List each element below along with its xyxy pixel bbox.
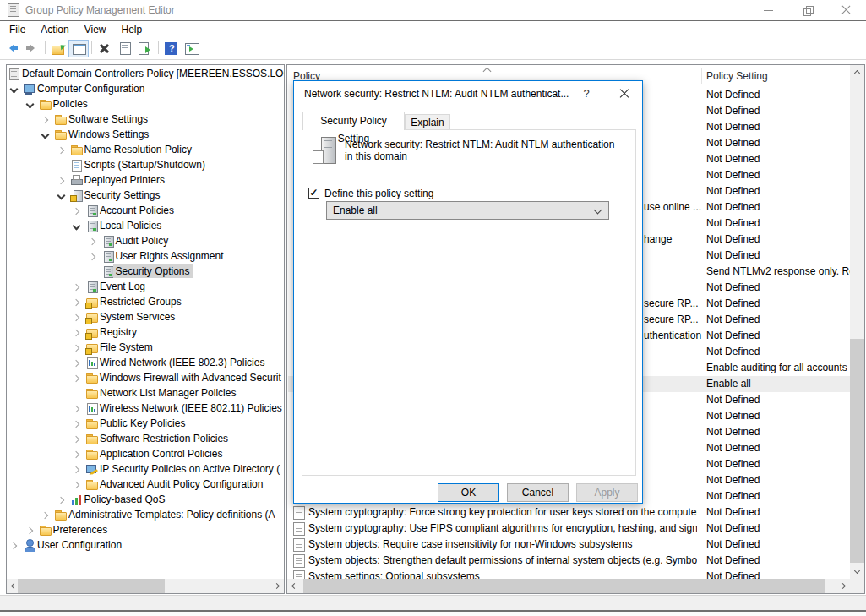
column-divider[interactable] — [701, 68, 702, 84]
tree-item-user-rights-assignment[interactable]: User Rights Assignment — [7, 249, 284, 264]
tree-item-user-configuration[interactable]: User Configuration — [7, 538, 284, 553]
tree-item-file-system[interactable]: File System — [7, 341, 284, 356]
tree-item-deployed-printers[interactable]: Deployed Printers — [7, 173, 284, 188]
properties-button[interactable] — [115, 40, 135, 57]
tree-item-advanced-audit-policy-configuration[interactable]: Advanced Audit Policy Configuration — [7, 477, 284, 493]
expander-icon[interactable] — [88, 253, 95, 260]
tab-security-policy-setting[interactable]: Security Policy Setting — [302, 112, 405, 130]
expander-icon[interactable] — [57, 177, 63, 184]
policy-row-system-objects-require-case-insensitivity-[interactable]: System objects: Require case insensitivi… — [288, 537, 851, 553]
scroll-up-arrow-icon[interactable] — [850, 65, 864, 79]
tree-item-software-settings[interactable]: Software Settings — [7, 112, 284, 128]
tree-item-event-log[interactable]: Event Log — [7, 280, 284, 295]
minimize-button[interactable] — [749, 0, 787, 20]
restore-button[interactable] — [788, 0, 826, 20]
tree-item-windows-firewall-with-advanced-securit[interactable]: Windows Firewall with Advanced Securit — [7, 371, 284, 386]
tree-horizontal-scrollbar[interactable] — [7, 579, 284, 593]
menu-view[interactable]: View — [77, 21, 114, 38]
expander-icon[interactable] — [73, 436, 79, 443]
cancel-button[interactable]: Cancel — [507, 483, 569, 502]
tree-item-public-key-policies[interactable]: Public Key Policies — [7, 417, 284, 432]
delete-button[interactable] — [95, 40, 115, 57]
tree-item-system-services[interactable]: System Services — [7, 310, 284, 325]
tree-item-registry[interactable]: Registry — [7, 325, 284, 341]
tree-item-ip-security-policies-on-active-directory[interactable]: IP Security Policies on Active Directory… — [7, 462, 284, 477]
tree-item-default-domain-controllers-policy-meereen-[interactable]: Default Domain Controllers Policy [MEERE… — [7, 67, 284, 82]
expander-icon[interactable] — [73, 406, 79, 412]
scroll-right-arrow-icon[interactable] — [836, 579, 850, 593]
expander-icon[interactable] — [57, 192, 65, 200]
up-one-level-button[interactable] — [48, 40, 68, 57]
tree-item-policies[interactable]: Policies — [7, 97, 284, 112]
menu-action[interactable]: Action — [33, 21, 76, 38]
expander-icon[interactable] — [41, 131, 50, 139]
tree-item-audit-policy[interactable]: Audit Policy — [7, 234, 284, 249]
expander-icon[interactable] — [10, 85, 19, 94]
expander-icon[interactable] — [10, 542, 17, 549]
policy-row-system-cryptography-use-fips-compliant-alg[interactable]: System cryptography: Use FIPS compliant … — [288, 521, 851, 537]
export-list-button[interactable] — [135, 40, 155, 57]
expander-icon[interactable] — [57, 497, 63, 504]
menu-file[interactable]: File — [2, 21, 33, 38]
tree-item-security-settings[interactable]: Security Settings — [7, 188, 284, 204]
show-console-tree-button[interactable] — [68, 40, 89, 57]
tree-item-computer-configuration[interactable]: Computer Configuration — [7, 82, 284, 97]
policy-row-system-objects-strengthen-default-permissi[interactable]: System objects: Strengthen default permi… — [288, 553, 851, 569]
tree-item-account-policies[interactable]: Account Policies — [7, 204, 284, 219]
expander-icon[interactable] — [73, 330, 79, 336]
tree-item-local-policies[interactable]: Local Policies — [7, 219, 284, 234]
column-header-policy-setting[interactable]: Policy Setting — [706, 70, 768, 82]
expander-icon[interactable] — [73, 466, 79, 473]
policy-value-dropdown[interactable]: Enable all — [326, 201, 609, 220]
tree-hscroll-thumb[interactable] — [18, 579, 165, 593]
expander-icon[interactable] — [41, 117, 48, 123]
expander-icon[interactable] — [25, 101, 34, 109]
tree-item-wired-network-ieee-802-3-policies[interactable]: Wired Network (IEEE 802.3) Policies — [7, 356, 284, 371]
help-button[interactable] — [161, 40, 182, 57]
show-action-pane-button[interactable] — [182, 40, 202, 57]
apply-button[interactable]: Apply — [576, 483, 638, 502]
tree-item-software-restriction-policies[interactable]: Software Restriction Policies — [7, 432, 284, 447]
ok-button[interactable]: OK — [438, 483, 499, 502]
tree-item-policy-based-qos[interactable]: Policy-based QoS — [7, 493, 284, 508]
tree-item-restricted-groups[interactable]: Restricted Groups — [7, 295, 284, 310]
dialog-close-button[interactable] — [613, 85, 635, 102]
define-policy-checkbox-label[interactable]: Define this policy setting — [324, 188, 433, 199]
tree-item-wireless-network-ieee-802-11-policies[interactable]: Wireless Network (IEEE 802.11) Policies — [7, 401, 284, 417]
expander-icon[interactable] — [73, 345, 79, 352]
tree-item-windows-settings[interactable]: Windows Settings — [7, 128, 284, 143]
expander-icon[interactable] — [73, 284, 79, 291]
tree-item-name-resolution-policy[interactable]: Name Resolution Policy — [7, 143, 284, 158]
tree-item-network-list-manager-policies[interactable]: Network List Manager Policies — [7, 386, 284, 401]
tree-item-security-options[interactable]: Security Options — [7, 264, 284, 280]
expander-icon[interactable] — [73, 421, 79, 428]
dialog-help-button[interactable]: ? — [577, 85, 596, 102]
scroll-down-arrow-icon[interactable] — [850, 564, 864, 579]
list-hscroll-thumb[interactable] — [303, 579, 825, 593]
menu-help[interactable]: Help — [114, 21, 150, 38]
expander-icon[interactable] — [41, 512, 48, 519]
expander-icon[interactable] — [73, 208, 79, 215]
list-horizontal-scrollbar[interactable] — [287, 579, 850, 593]
tree-item-administrative-templates-policy-definition[interactable]: Administrative Templates: Policy definit… — [7, 508, 284, 523]
back-button[interactable] — [2, 40, 22, 57]
expander-icon[interactable] — [73, 222, 81, 231]
expander-icon[interactable] — [25, 527, 32, 534]
expander-icon[interactable] — [88, 238, 95, 245]
expander-icon[interactable] — [73, 360, 79, 367]
tree-item-scripts-startup-shutdown[interactable]: Scripts (Startup/Shutdown) — [7, 158, 284, 173]
expander-icon[interactable] — [73, 299, 79, 306]
scroll-left-arrow-icon[interactable] — [287, 579, 302, 593]
expander-icon[interactable] — [73, 482, 79, 488]
expander-icon[interactable] — [73, 451, 79, 458]
list-vscroll-thumb[interactable] — [850, 339, 864, 563]
list-vertical-scrollbar[interactable] — [850, 65, 864, 579]
scroll-right-arrow-icon[interactable] — [270, 579, 284, 593]
define-policy-checkbox[interactable]: ✓ — [308, 188, 319, 199]
tree-item-application-control-policies[interactable]: Application Control Policies — [7, 447, 284, 462]
forward-button[interactable] — [22, 40, 42, 57]
tab-explain[interactable]: Explain — [405, 114, 450, 130]
policy-row-system-cryptography-force-strong-key-prote[interactable]: System cryptography: Force strong key pr… — [288, 504, 851, 521]
expander-icon[interactable] — [73, 375, 79, 382]
tree-item-preferences[interactable]: Preferences — [7, 523, 284, 538]
